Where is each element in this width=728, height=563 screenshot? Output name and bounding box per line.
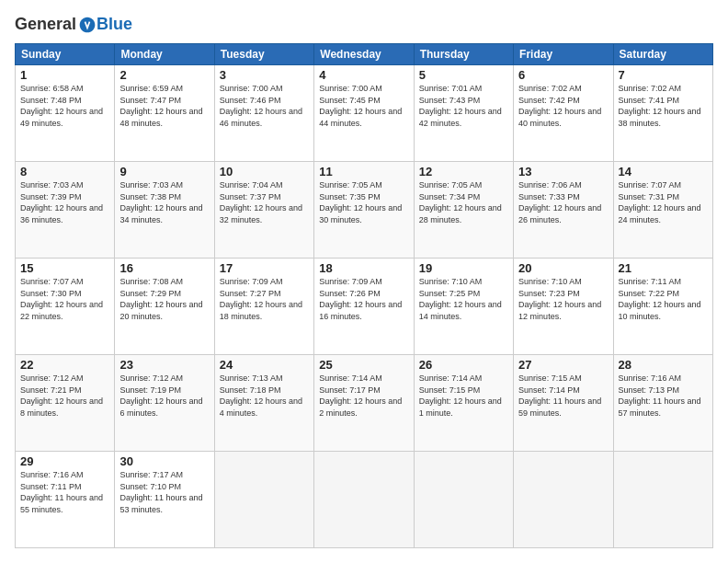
day-info: Sunrise: 7:02 AMSunset: 7:41 PMDaylight:… <box>619 83 708 129</box>
day-number: 17 <box>220 261 309 275</box>
day-info: Sunrise: 7:14 AMSunset: 7:15 PMDaylight:… <box>419 373 508 419</box>
day-cell-13: 13Sunrise: 7:06 AMSunset: 7:33 PMDayligh… <box>514 162 613 259</box>
calendar-body: 1Sunrise: 6:58 AMSunset: 7:48 PMDaylight… <box>16 65 713 548</box>
day-number: 18 <box>319 261 408 275</box>
day-cell-21: 21Sunrise: 7:11 AMSunset: 7:22 PMDayligh… <box>613 259 712 355</box>
week-row-5: 29Sunrise: 7:16 AMSunset: 7:11 PMDayligh… <box>16 452 713 548</box>
calendar-page: General Blue SundayMondayTuesdayWednesda… <box>0 0 728 563</box>
day-info: Sunrise: 7:17 AMSunset: 7:10 PMDaylight:… <box>119 469 209 515</box>
day-cell-8: 8Sunrise: 7:03 AMSunset: 7:39 PMDaylight… <box>16 162 115 259</box>
day-info: Sunrise: 7:10 AMSunset: 7:25 PMDaylight:… <box>419 276 508 322</box>
day-cell-25: 25Sunrise: 7:14 AMSunset: 7:17 PMDayligh… <box>314 355 414 452</box>
day-cell-11: 11Sunrise: 7:05 AMSunset: 7:35 PMDayligh… <box>314 162 414 259</box>
day-number: 27 <box>518 358 608 372</box>
day-number: 4 <box>319 68 408 82</box>
day-cell-19: 19Sunrise: 7:10 AMSunset: 7:25 PMDayligh… <box>414 259 513 355</box>
day-cell-17: 17Sunrise: 7:09 AMSunset: 7:27 PMDayligh… <box>214 259 313 355</box>
weekday-header-row: SundayMondayTuesdayWednesdayThursdayFrid… <box>16 44 713 65</box>
empty-cell <box>214 452 313 548</box>
day-info: Sunrise: 7:05 AMSunset: 7:35 PMDaylight:… <box>319 179 408 225</box>
day-info: Sunrise: 7:13 AMSunset: 7:18 PMDaylight:… <box>220 373 309 419</box>
day-number: 23 <box>119 358 209 372</box>
day-number: 1 <box>20 68 109 82</box>
day-number: 28 <box>619 358 708 372</box>
day-info: Sunrise: 7:00 AMSunset: 7:46 PMDaylight:… <box>220 83 309 129</box>
day-number: 11 <box>319 165 408 178</box>
day-number: 16 <box>119 261 209 275</box>
weekday-monday: Monday <box>115 44 214 65</box>
day-cell-23: 23Sunrise: 7:12 AMSunset: 7:19 PMDayligh… <box>115 355 214 452</box>
day-number: 2 <box>119 68 209 82</box>
logo-icon <box>78 16 97 34</box>
day-number: 3 <box>220 68 309 82</box>
day-number: 22 <box>20 358 109 372</box>
day-number: 19 <box>419 261 508 275</box>
day-number: 10 <box>220 165 309 178</box>
weekday-sunday: Sunday <box>16 44 115 65</box>
day-number: 15 <box>20 261 109 275</box>
logo: General Blue <box>15 15 132 34</box>
day-info: Sunrise: 7:12 AMSunset: 7:21 PMDaylight:… <box>20 373 109 419</box>
day-cell-20: 20Sunrise: 7:10 AMSunset: 7:23 PMDayligh… <box>514 259 613 355</box>
logo-blue-text: Blue <box>97 15 132 34</box>
day-number: 5 <box>419 68 508 82</box>
day-number: 14 <box>619 165 708 178</box>
day-cell-16: 16Sunrise: 7:08 AMSunset: 7:29 PMDayligh… <box>115 259 214 355</box>
day-cell-24: 24Sunrise: 7:13 AMSunset: 7:18 PMDayligh… <box>214 355 313 452</box>
day-info: Sunrise: 7:00 AMSunset: 7:45 PMDaylight:… <box>319 83 408 129</box>
day-info: Sunrise: 7:10 AMSunset: 7:23 PMDaylight:… <box>518 276 608 322</box>
weekday-thursday: Thursday <box>414 44 513 65</box>
week-row-1: 1Sunrise: 6:58 AMSunset: 7:48 PMDaylight… <box>16 65 713 162</box>
day-info: Sunrise: 7:12 AMSunset: 7:19 PMDaylight:… <box>119 373 209 419</box>
day-info: Sunrise: 7:15 AMSunset: 7:14 PMDaylight:… <box>518 373 608 419</box>
day-info: Sunrise: 7:01 AMSunset: 7:43 PMDaylight:… <box>419 83 508 129</box>
day-info: Sunrise: 7:09 AMSunset: 7:26 PMDaylight:… <box>319 276 408 322</box>
day-number: 13 <box>518 165 608 178</box>
day-info: Sunrise: 7:11 AMSunset: 7:22 PMDaylight:… <box>619 276 708 322</box>
day-cell-6: 6Sunrise: 7:02 AMSunset: 7:42 PMDaylight… <box>514 65 613 162</box>
day-info: Sunrise: 7:05 AMSunset: 7:34 PMDaylight:… <box>419 179 508 225</box>
day-info: Sunrise: 7:16 AMSunset: 7:13 PMDaylight:… <box>619 373 708 419</box>
day-number: 21 <box>619 261 708 275</box>
weekday-wednesday: Wednesday <box>314 44 414 65</box>
day-cell-26: 26Sunrise: 7:14 AMSunset: 7:15 PMDayligh… <box>414 355 513 452</box>
weekday-saturday: Saturday <box>613 44 712 65</box>
header: General Blue <box>15 15 713 34</box>
day-number: 7 <box>619 68 708 82</box>
day-number: 30 <box>119 454 209 468</box>
day-info: Sunrise: 7:03 AMSunset: 7:39 PMDaylight:… <box>20 179 109 225</box>
week-row-3: 15Sunrise: 7:07 AMSunset: 7:30 PMDayligh… <box>16 259 713 355</box>
week-row-2: 8Sunrise: 7:03 AMSunset: 7:39 PMDaylight… <box>16 162 713 259</box>
day-cell-5: 5Sunrise: 7:01 AMSunset: 7:43 PMDaylight… <box>414 65 513 162</box>
day-cell-22: 22Sunrise: 7:12 AMSunset: 7:21 PMDayligh… <box>16 355 115 452</box>
day-cell-14: 14Sunrise: 7:07 AMSunset: 7:31 PMDayligh… <box>613 162 712 259</box>
day-info: Sunrise: 7:07 AMSunset: 7:30 PMDaylight:… <box>20 276 109 322</box>
day-info: Sunrise: 7:03 AMSunset: 7:38 PMDaylight:… <box>119 179 209 225</box>
day-cell-18: 18Sunrise: 7:09 AMSunset: 7:26 PMDayligh… <box>314 259 414 355</box>
day-number: 6 <box>518 68 608 82</box>
weekday-tuesday: Tuesday <box>214 44 313 65</box>
day-cell-28: 28Sunrise: 7:16 AMSunset: 7:13 PMDayligh… <box>613 355 712 452</box>
day-cell-12: 12Sunrise: 7:05 AMSunset: 7:34 PMDayligh… <box>414 162 513 259</box>
empty-cell <box>514 452 613 548</box>
day-info: Sunrise: 7:02 AMSunset: 7:42 PMDaylight:… <box>518 83 608 129</box>
day-cell-1: 1Sunrise: 6:58 AMSunset: 7:48 PMDaylight… <box>16 65 115 162</box>
day-cell-10: 10Sunrise: 7:04 AMSunset: 7:37 PMDayligh… <box>214 162 313 259</box>
day-number: 20 <box>518 261 608 275</box>
day-number: 25 <box>319 358 408 372</box>
empty-cell <box>414 452 513 548</box>
day-info: Sunrise: 7:07 AMSunset: 7:31 PMDaylight:… <box>619 179 708 225</box>
empty-cell <box>613 452 712 548</box>
day-cell-7: 7Sunrise: 7:02 AMSunset: 7:41 PMDaylight… <box>613 65 712 162</box>
day-number: 29 <box>20 454 109 468</box>
day-number: 12 <box>419 165 508 178</box>
day-info: Sunrise: 7:04 AMSunset: 7:37 PMDaylight:… <box>220 179 309 225</box>
day-number: 26 <box>419 358 508 372</box>
day-cell-9: 9Sunrise: 7:03 AMSunset: 7:38 PMDaylight… <box>115 162 214 259</box>
day-info: Sunrise: 6:59 AMSunset: 7:47 PMDaylight:… <box>119 83 209 129</box>
day-cell-27: 27Sunrise: 7:15 AMSunset: 7:14 PMDayligh… <box>514 355 613 452</box>
day-info: Sunrise: 7:08 AMSunset: 7:29 PMDaylight:… <box>119 276 209 322</box>
calendar-table: SundayMondayTuesdayWednesdayThursdayFrid… <box>15 43 713 548</box>
day-cell-2: 2Sunrise: 6:59 AMSunset: 7:47 PMDaylight… <box>115 65 214 162</box>
day-number: 9 <box>119 165 209 178</box>
